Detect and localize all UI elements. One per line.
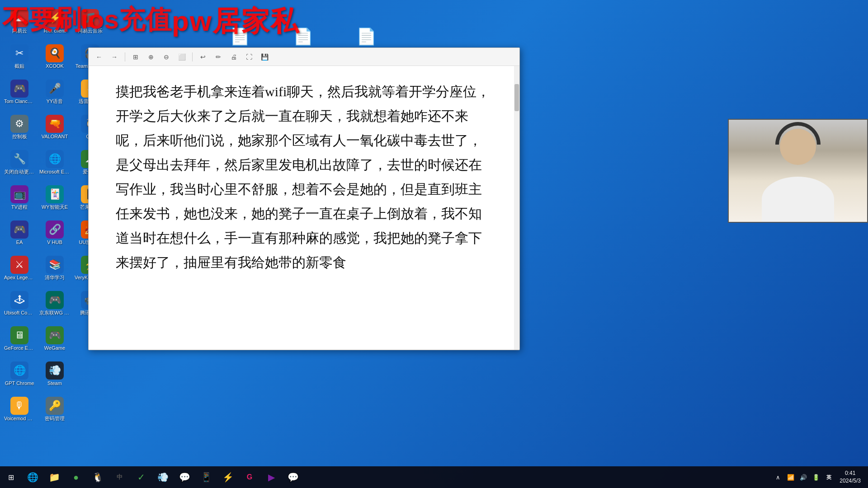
taskbar-icon-glyph-steam_task: 💨 xyxy=(157,472,169,483)
icon-label-xuexijiaoxue: 清华学习 xyxy=(45,275,65,281)
icon-glyph-mima: 🔑 xyxy=(46,397,64,415)
icon-glyph-xuexijiaoxue: 📚 xyxy=(46,256,64,274)
desktop-icon-msedge[interactable]: 🌐Microsoft Edge xyxy=(38,146,71,179)
tray-date: 2024/5/3 xyxy=(840,477,861,485)
taskbar-icon-zhongq[interactable]: 中 xyxy=(108,466,130,488)
fullscreen-button[interactable]: ⛶ xyxy=(243,51,255,63)
taskbar-icon-edge[interactable]: 🌐 xyxy=(22,466,43,488)
taskbar: ⊞ 🌐📁●🐧中✓💨💬📱⚡G▶💬 ∧ 📶 🔊 🔋 英 0:41 2024/5/3 xyxy=(0,466,868,488)
icon-label-voicemod: Voicemod Banana xyxy=(4,416,35,422)
desktop-icon-kanjian[interactable]: 🔧关闭自动更新 工具 xyxy=(3,146,36,179)
toolbar-divider-1 xyxy=(125,52,125,61)
taskbar-icon-stremio[interactable]: ▶ xyxy=(260,466,282,488)
icon-glyph-wangyijipai: 🃏 xyxy=(46,185,64,203)
rotate-button[interactable]: ↩ xyxy=(197,51,209,63)
icon-label-kanjian: 关闭自动更新 工具 xyxy=(4,169,35,175)
icon-label-valorant: VALORANT xyxy=(42,134,68,140)
back-button[interactable]: ← xyxy=(93,51,105,63)
taskbar-pinned-icons: 🌐📁●🐧中✓💨💬📱⚡G▶💬 xyxy=(22,466,304,488)
taskbar-icon-g_task[interactable]: G xyxy=(239,466,260,488)
taskbar-icon-unknown1[interactable]: 📱 xyxy=(195,466,217,488)
desktop-icon-tvjinji[interactable]: 📺TV进程 xyxy=(3,182,36,214)
desktop-icon-steam[interactable]: 💨Steam xyxy=(38,358,71,390)
desktop-icon-vhub[interactable]: 🔗V HUB xyxy=(38,217,71,249)
desktop-icon-tomclancy[interactable]: 🎮Tom Clancy's R... xyxy=(3,76,36,108)
desktop-icon-yy[interactable]: 🎤YY语音 xyxy=(38,76,71,108)
taskbar-icon-glyph-qq_task: 🐧 xyxy=(92,472,104,483)
desktop-icon-voicemod[interactable]: 🎙Voicemod Banana xyxy=(3,393,36,426)
save-button[interactable]: 💾 xyxy=(259,51,270,63)
desktop-icon-apex[interactable]: ⚔Apex Legends xyxy=(3,252,36,285)
desktop-icon-wegame2[interactable]: 🎮京东联WG WeGame版 xyxy=(38,287,71,320)
desktop-icon-snipaste[interactable]: ✂截贴 xyxy=(3,41,36,73)
desktop-icon-wegame[interactable]: 🎮WeGame xyxy=(38,323,71,355)
tray-expand[interactable]: ∧ xyxy=(773,472,783,483)
desktop-icon-mima[interactable]: 🔑密码管理 xyxy=(38,393,71,426)
desktop-icon-riot[interactable]: ⚡Riot client xyxy=(38,5,71,38)
icon-label-geforce: GeForce Experience xyxy=(4,345,35,351)
icon-label-wangyiyun: 网易云音乐 xyxy=(78,28,103,34)
icon-label-mima: 密码管理 xyxy=(45,416,65,422)
icon-label-tomclancy: Tom Clancy's R... xyxy=(4,99,35,104)
doc-text: 摸把我爸老手机拿来连着wifi聊天，然后我就等着开学分座位，开学之后大伙来了之后… xyxy=(116,80,492,275)
doc-scroll-thumb[interactable] xyxy=(514,84,519,111)
icon-label-gpt: GPT Chrome xyxy=(5,380,34,386)
icon-label-yy: YY语音 xyxy=(47,99,63,104)
desktop-icon-xcook[interactable]: 🍳XCOOK xyxy=(38,41,71,73)
icon-glyph-steam: 💨 xyxy=(46,361,64,380)
icon-glyph-valorant: 🔫 xyxy=(46,115,64,133)
edit-button[interactable]: ✏ xyxy=(212,51,224,63)
taskbar-icon-qq_task[interactable]: 🐧 xyxy=(87,466,108,488)
desktop-icon-netease[interactable]: ☁网易云 xyxy=(3,5,36,38)
taskbar-icon-wechat2[interactable]: 💬 xyxy=(282,466,304,488)
desktop-icon-valorant[interactable]: 🔫VALORANT xyxy=(38,111,71,144)
icon-label-wegame: WeGame xyxy=(44,345,65,351)
tray-sound[interactable]: 🔊 xyxy=(798,472,809,483)
icon-label-netease: 网易云 xyxy=(12,28,27,34)
taskbar-icon-msg[interactable]: 💬 xyxy=(174,466,195,488)
taskbar-icon-glyph-g_task: G xyxy=(247,473,252,481)
taskbar-icon-check[interactable]: ✓ xyxy=(130,466,152,488)
zoom-in-button[interactable]: ⊕ xyxy=(145,51,157,63)
taskbar-icon-glyph-edge: 🌐 xyxy=(27,472,38,483)
document-window: ← → ⊞ ⊕ ⊖ ⬜ ↩ ✏ 🖨 ⛶ 💾 摸把我爸老手机拿来连着wifi聊天，… xyxy=(88,47,520,350)
icon-glyph-ctrl: ⚙ xyxy=(10,115,28,133)
doc-scrollbar[interactable] xyxy=(514,66,519,350)
taskbar-icon-steam_task[interactable]: 💨 xyxy=(152,466,174,488)
tray-network[interactable]: 📶 xyxy=(785,472,796,483)
print-button[interactable]: 🖨 xyxy=(228,51,240,63)
taskbar-icon-glyph-chrome: ● xyxy=(73,472,79,483)
taskbar-icon-glyph-unknown1: 📱 xyxy=(201,472,212,483)
desktop-icon-wangyijipai[interactable]: 🃏WY智能天E xyxy=(38,182,71,214)
icon-label-msedge: Microsoft Edge xyxy=(39,169,70,175)
desktop: 不要刷ios充值 pw居家私 📄zhanghao📄qi课📄补偿绩效 ☁网易云✂截… xyxy=(0,0,868,488)
desktop-icon-ea[interactable]: 🎮EA xyxy=(3,217,36,249)
icon-label-wangyijipai: WY智能天E xyxy=(42,204,68,210)
desktop-icon-wangyiyun[interactable]: 🎵网易云音乐 xyxy=(74,5,106,38)
forward-button[interactable]: → xyxy=(108,51,120,63)
zoom-out-button[interactable]: ⊖ xyxy=(160,51,172,63)
start-button[interactable]: ⊞ xyxy=(0,466,22,488)
webcam-head xyxy=(780,129,816,165)
taskbar-icon-chrome[interactable]: ● xyxy=(65,466,87,488)
icon-glyph-tomclancy: 🎮 xyxy=(10,80,28,98)
icon-glyph-netease: ☁ xyxy=(10,9,28,27)
taskbar-icon-glyph-check: ✓ xyxy=(137,472,145,483)
desktop-icon-gpt[interactable]: 🌐GPT Chrome xyxy=(3,358,36,390)
tray-battery[interactable]: 🔋 xyxy=(811,472,821,483)
desktop-icon-xuexijiaoxue[interactable]: 📚清华学习 xyxy=(38,252,71,285)
file-icon-img: 📄 xyxy=(293,27,313,46)
taskbar-icon-explorer[interactable]: 📁 xyxy=(43,466,65,488)
tools-button[interactable]: ⊞ xyxy=(130,51,142,63)
desktop-icon-ctrl[interactable]: ⚙控制板 xyxy=(3,111,36,144)
taskbar-icon-glyph-stremio: ▶ xyxy=(268,472,275,483)
fit-page-button[interactable]: ⬜ xyxy=(176,51,188,63)
taskbar-icon-riot_task[interactable]: ⚡ xyxy=(217,466,239,488)
icon-glyph-voicemod: 🎙 xyxy=(10,397,28,415)
icon-glyph-msedge: 🌐 xyxy=(46,150,64,168)
desktop-icon-geforce[interactable]: 🖥GeForce Experience xyxy=(3,323,36,355)
desktop-icon-ubisoft[interactable]: 🕹Ubisoft Connect xyxy=(3,287,36,320)
tray-clock[interactable]: 0:41 2024/5/3 xyxy=(836,469,864,485)
tray-keyboard[interactable]: 英 xyxy=(823,472,834,483)
icon-glyph-apex: ⚔ xyxy=(10,256,28,274)
